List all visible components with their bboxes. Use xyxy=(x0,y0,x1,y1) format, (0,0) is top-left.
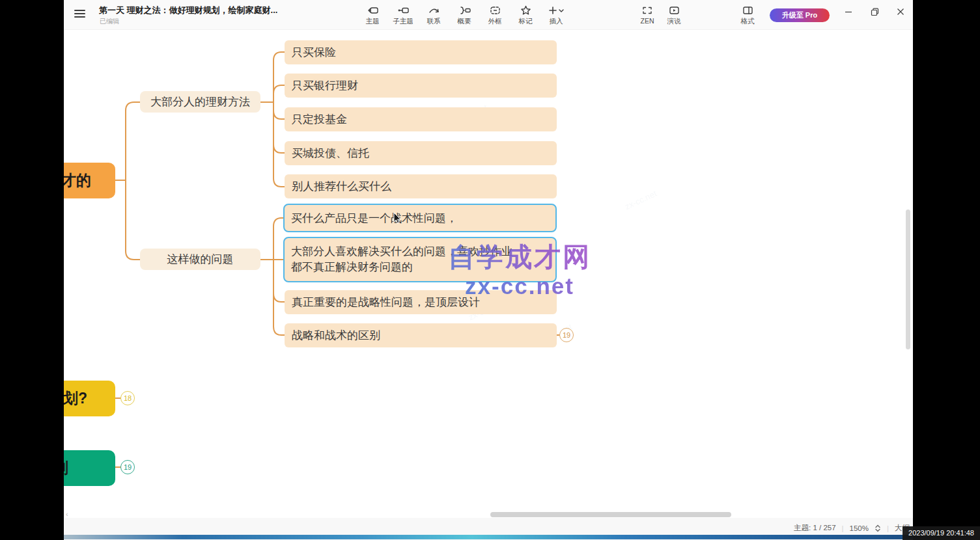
format-panel-icon xyxy=(742,4,754,16)
titlebar: 第一天 理财之法：做好理财规划，绘制家庭财... 已编辑 主题 子主题 联系 xyxy=(64,0,913,30)
child-topic-node[interactable]: 只买保险 xyxy=(285,40,557,64)
zen-icon xyxy=(641,4,653,16)
app-window: 第一天 理财之法：做好理财规划，绘制家庭财... 已编辑 主题 子主题 联系 xyxy=(64,0,913,540)
marker-button[interactable]: 标记 xyxy=(514,3,537,27)
mindmap-yellow-node[interactable]: 划? xyxy=(64,381,115,416)
vertical-scrollbar[interactable] xyxy=(906,209,910,349)
topic-count: 主题: 1 / 257 xyxy=(794,523,836,533)
horizontal-scrollbar[interactable] xyxy=(490,512,731,517)
statusbar: 主题: 1 / 257 | 150% | 大纲 xyxy=(794,523,910,533)
main-toolbar: 主题 子主题 联系 概要 xyxy=(361,3,568,27)
boundary-icon xyxy=(489,4,501,16)
bottom-video-strip xyxy=(64,535,913,539)
scroll-left-icon[interactable]: ‹ xyxy=(66,510,68,518)
timestamp-overlay: 2023/09/19 20:41:48 xyxy=(903,526,980,540)
zoom-stepper-icon[interactable] xyxy=(875,524,881,532)
child-topic-node[interactable]: 只定投基金 xyxy=(285,107,557,131)
branch-node[interactable]: 大部分人的理财方法 xyxy=(140,91,260,113)
topic-number-badge[interactable]: 18 xyxy=(120,391,135,405)
close-button[interactable] xyxy=(892,4,909,20)
subtopic-button[interactable]: 子主题 xyxy=(391,3,415,27)
hamburger-menu-icon[interactable] xyxy=(74,10,85,18)
document-title: 第一天 理财之法：做好理财规划，绘制家庭财... xyxy=(99,5,277,16)
topic-button[interactable]: 主题 xyxy=(361,3,384,27)
selected-topic-node[interactable]: 大部分人喜欢解决买什么的问题，喜欢抄作业 都不真正解决财务问题的 xyxy=(283,237,557,282)
insert-button[interactable]: 插入 xyxy=(544,3,568,27)
format-button[interactable]: 格式 xyxy=(736,3,759,27)
topic-icon xyxy=(367,4,379,16)
child-topic-node[interactable]: 真正重要的是战略性问题，是顶层设计 xyxy=(285,290,557,314)
child-topic-node[interactable]: 买城投债、信托 xyxy=(285,141,557,165)
selected-topic-node[interactable]: 买什么产品只是一个战术性问题， xyxy=(283,204,557,232)
topic-number-badge[interactable]: 19 xyxy=(559,328,574,342)
subtopic-icon xyxy=(397,4,410,16)
play-icon xyxy=(668,4,680,16)
relationship-icon xyxy=(428,4,440,16)
zoom-level[interactable]: 150% xyxy=(850,524,869,532)
child-topic-node[interactable]: 别人推荐什么买什么 xyxy=(285,174,557,198)
topic-number-badge[interactable]: 19 xyxy=(120,460,135,474)
mindmap-root-node[interactable]: 才的 xyxy=(64,163,115,198)
restore-button[interactable] xyxy=(866,4,883,20)
minimize-button[interactable] xyxy=(840,4,857,20)
zen-button[interactable]: ZEN xyxy=(636,3,659,27)
child-topic-node[interactable]: 战略和战术的区别 xyxy=(285,323,557,347)
insert-icon xyxy=(548,4,565,16)
summary-button[interactable]: 概要 xyxy=(453,3,476,27)
marker-icon xyxy=(520,4,532,16)
pitch-button[interactable]: 演说 xyxy=(662,3,686,27)
boundary-button[interactable]: 外框 xyxy=(483,3,507,27)
child-topic-node[interactable]: 只买银行理财 xyxy=(285,74,557,98)
mode-toolbar: ZEN 演说 xyxy=(636,3,686,27)
edited-status: 已编辑 xyxy=(100,17,119,26)
relationship-button[interactable]: 联系 xyxy=(422,3,445,27)
branch-node[interactable]: 这样做的问题 xyxy=(140,249,260,270)
summary-icon xyxy=(458,4,471,16)
mindmap-green-node[interactable]: 划 xyxy=(64,450,115,486)
upgrade-pro-button[interactable]: 升级至 Pro xyxy=(770,8,830,22)
